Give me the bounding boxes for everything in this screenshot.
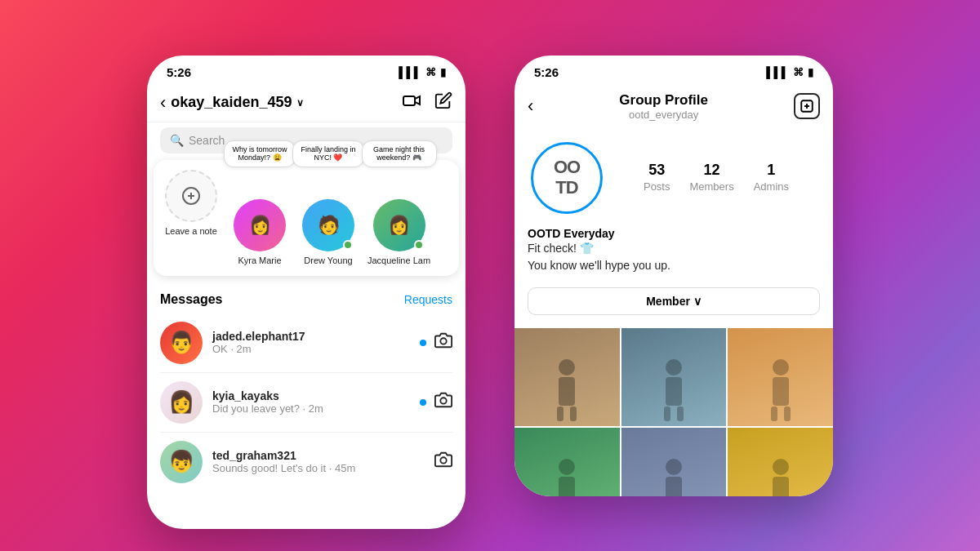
note-kyra[interactable]: Why is tomorrow Monday!? 😩 👩 Kyra Marie <box>230 170 289 266</box>
note-drew[interactable]: Finally landing in NYC! ❤️ 🧑 Drew Young <box>299 170 358 266</box>
jacqueline-label: Jacqueline Lam <box>368 255 430 266</box>
stat-admins: 1 Admins <box>754 162 789 193</box>
avatar-text-line2: TD <box>555 177 577 198</box>
add-note-button[interactable] <box>165 170 217 222</box>
msg-avatar-1: 👨 <box>160 322 203 364</box>
camera-icon-3[interactable] <box>434 451 452 473</box>
note-self[interactable]: Leave a note <box>162 170 220 237</box>
drew-note-bubble: Finally landing in NYC! ❤️ <box>292 140 364 168</box>
posts-label: Posts <box>644 180 670 193</box>
bio-line1: Fit check! 👕 <box>528 240 820 257</box>
grid-photo-1[interactable] <box>514 328 620 426</box>
admins-label: Admins <box>754 180 789 193</box>
nav-title-left[interactable]: ‹ okay_kaiden_459 ∨ <box>160 92 304 113</box>
svg-rect-16 <box>666 377 682 406</box>
camera-icon-1[interactable] <box>434 331 452 353</box>
svg-rect-28 <box>666 477 682 496</box>
profile-bio: OOTD Everyday Fit check! 👕 You know we'l… <box>514 227 833 284</box>
svg-rect-13 <box>557 407 564 421</box>
group-nav: ‹ Group Profile ootd_everyday <box>514 84 833 129</box>
grid-photo-6[interactable] <box>728 428 833 496</box>
nav-username[interactable]: okay_kaiden_459 <box>171 94 292 111</box>
grid-photo-3[interactable] <box>728 328 833 426</box>
grid-photo-2[interactable] <box>621 328 727 426</box>
unread-dot-2 <box>420 399 426 406</box>
wifi-icon-right: ⌘ <box>793 66 804 78</box>
back-arrow-left[interactable]: ‹ <box>160 92 166 113</box>
camera-icon-2[interactable] <box>434 391 452 413</box>
svg-point-5 <box>440 339 446 344</box>
status-bar-left: 5:26 ▌▌▌ ⌘ ▮ <box>147 56 466 84</box>
msg-actions-2 <box>420 391 452 413</box>
kyra-avatar: 👩 <box>234 199 286 251</box>
signal-icon: ▌▌▌ <box>399 66 421 78</box>
msg-preview-3: Sounds good! Let's do it · 45m <box>212 462 425 474</box>
requests-link[interactable]: Requests <box>404 293 452 306</box>
jacqueline-note-bubble: Game night this weekend? 🎮 <box>362 140 437 168</box>
time-right: 5:26 <box>534 65 559 79</box>
jacqueline-online-dot <box>414 240 424 250</box>
grid-photo-4[interactable] <box>514 428 620 496</box>
posts-count: 53 <box>644 162 670 179</box>
right-phone: 5:26 ▌▌▌ ⌘ ▮ ‹ Group Profile ootd_everyd… <box>514 56 833 496</box>
svg-rect-21 <box>771 407 777 421</box>
kyra-note-bubble: Why is tomorrow Monday!? 😩 <box>224 140 296 168</box>
messages-title: Messages <box>160 292 223 307</box>
svg-point-11 <box>559 359 575 375</box>
svg-point-7 <box>440 458 446 464</box>
wifi-icon: ⌘ <box>425 66 436 78</box>
bio-name: OOTD Everyday <box>528 227 820 240</box>
message-item-3[interactable]: 👦 ted_graham321 Sounds good! Let's do it… <box>147 433 466 491</box>
time-left: 5:26 <box>167 65 191 79</box>
svg-point-19 <box>773 359 789 375</box>
stories-row: Leave a note Why is tomorrow Monday!? 😩 … <box>154 160 459 276</box>
msg-actions-3 <box>434 451 452 473</box>
msg-avatar-2: 👩 <box>160 381 203 424</box>
drew-label: Drew Young <box>304 255 352 266</box>
stat-posts: 53 Posts <box>644 162 670 193</box>
svg-point-23 <box>559 459 575 475</box>
msg-avatar-3: 👦 <box>160 441 203 483</box>
chevron-down-icon[interactable]: ∨ <box>296 97 304 109</box>
nav-icons-left <box>402 91 452 115</box>
svg-rect-18 <box>677 407 684 421</box>
unread-dot-1 <box>420 340 426 346</box>
members-label: Members <box>689 180 733 193</box>
group-username: ootd_everyday <box>619 109 708 121</box>
profile-stats: OO TD 53 Posts 12 Members 1 Admins <box>514 129 833 227</box>
svg-rect-22 <box>784 407 791 421</box>
add-group-button[interactable] <box>794 93 820 119</box>
battery-icon-right: ▮ <box>808 66 813 78</box>
message-item-1[interactable]: 👨 jaded.elephant17 OK · 2m <box>147 313 466 372</box>
svg-point-15 <box>666 359 682 375</box>
msg-content-3: ted_graham321 Sounds good! Let's do it ·… <box>212 449 425 474</box>
svg-rect-12 <box>559 377 575 406</box>
svg-rect-17 <box>664 407 670 421</box>
video-call-icon[interactable] <box>402 91 421 115</box>
msg-content-2: kyia_kayaks Did you leave yet? · 2m <box>212 389 410 415</box>
svg-point-6 <box>440 398 446 404</box>
group-profile-title: Group Profile <box>619 92 708 109</box>
bio-line2: You know we'll hype you up. <box>528 257 820 274</box>
signal-icon-right: ▌▌▌ <box>766 66 789 78</box>
member-button[interactable]: Member ∨ <box>528 287 820 315</box>
svg-rect-24 <box>559 477 575 496</box>
group-avatar: OO TD <box>531 142 603 214</box>
svg-rect-0 <box>403 96 415 105</box>
msg-content-1: jaded.elephant17 OK · 2m <box>212 330 410 355</box>
nav-header-left: ‹ okay_kaiden_459 ∨ <box>147 84 466 122</box>
status-icons-left: ▌▌▌ ⌘ ▮ <box>399 66 446 78</box>
msg-username-2: kyia_kayaks <box>212 389 410 402</box>
edit-icon[interactable] <box>434 91 452 114</box>
back-arrow-right[interactable]: ‹ <box>528 96 533 117</box>
svg-rect-20 <box>773 377 789 406</box>
left-phone: 5:26 ▌▌▌ ⌘ ▮ ‹ okay_kaiden_459 ∨ <box>147 56 466 529</box>
grid-photo-5[interactable] <box>621 428 727 496</box>
members-count: 12 <box>689 162 733 179</box>
msg-actions-1 <box>420 331 452 353</box>
status-icons-right: ▌▌▌ ⌘ ▮ <box>766 66 813 78</box>
note-jacqueline[interactable]: Game night this weekend? 🎮 👩 Jacqueline … <box>368 170 430 266</box>
kyra-label: Kyra Marie <box>238 255 281 266</box>
svg-point-27 <box>666 459 682 475</box>
message-item-2[interactable]: 👩 kyia_kayaks Did you leave yet? · 2m <box>147 373 466 432</box>
